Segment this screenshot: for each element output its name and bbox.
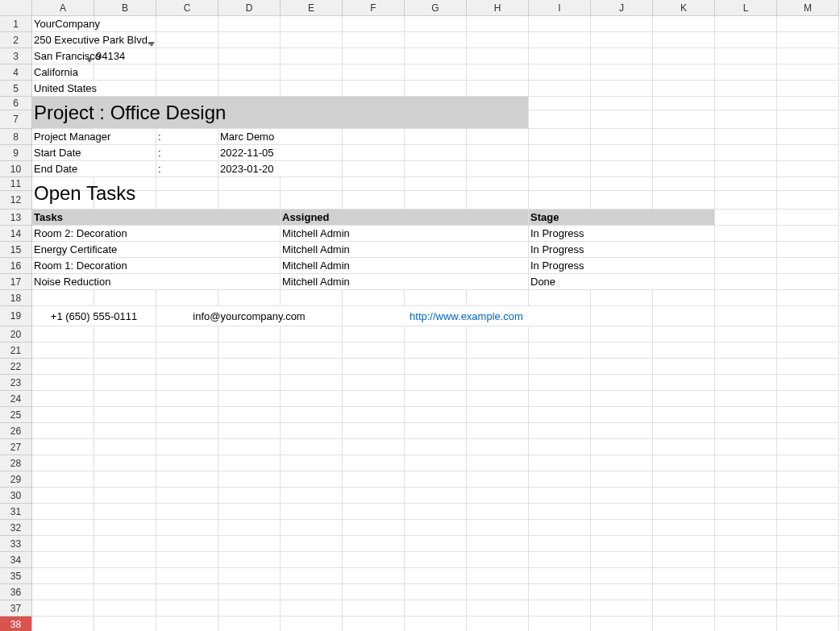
cell[interactable]	[218, 504, 281, 520]
cell[interactable]	[715, 110, 777, 129]
row-header-7[interactable]: 7	[0, 110, 32, 129]
cell[interactable]	[281, 439, 343, 455]
cell[interactable]	[32, 616, 94, 631]
cell[interactable]	[715, 536, 777, 552]
cell[interactable]	[156, 48, 218, 64]
row-header-29[interactable]: 29	[0, 471, 32, 488]
cell[interactable]	[218, 520, 281, 536]
cell[interactable]	[591, 439, 653, 455]
cell[interactable]	[32, 342, 94, 359]
cell[interactable]	[591, 423, 653, 439]
cell[interactable]	[653, 439, 715, 455]
cell[interactable]	[591, 342, 653, 359]
cell[interactable]	[777, 191, 839, 210]
row-header-23[interactable]: 23	[0, 375, 32, 391]
cell[interactable]	[715, 326, 777, 342]
cell[interactable]	[405, 64, 467, 81]
cell[interactable]	[343, 488, 405, 504]
row-header-19[interactable]: 19	[0, 306, 32, 326]
cell[interactable]	[405, 375, 467, 391]
row-header-35[interactable]: 35	[0, 568, 32, 584]
cell[interactable]	[218, 375, 281, 391]
cell[interactable]	[529, 471, 591, 488]
row-header-25[interactable]: 25	[0, 407, 32, 423]
cell[interactable]	[529, 407, 591, 423]
cell[interactable]	[777, 471, 839, 488]
grid[interactable]: YourCompany250 Executive Park Blvd,San F…	[32, 16, 840, 631]
cell[interactable]	[281, 359, 343, 375]
col-header-J[interactable]: J	[591, 0, 653, 16]
cell[interactable]	[777, 16, 839, 32]
cell[interactable]	[777, 407, 839, 423]
cell[interactable]	[715, 290, 777, 306]
cell[interactable]	[94, 375, 156, 391]
cell[interactable]	[529, 375, 591, 391]
cell[interactable]	[156, 455, 218, 471]
cell[interactable]	[591, 129, 653, 145]
cell[interactable]	[32, 455, 94, 471]
cell[interactable]	[653, 488, 715, 504]
cell[interactable]	[467, 32, 529, 48]
cell[interactable]	[218, 391, 281, 407]
cell[interactable]	[529, 191, 591, 210]
row-header-6[interactable]: 6	[0, 97, 32, 110]
cell[interactable]	[405, 520, 467, 536]
cell[interactable]	[777, 568, 839, 584]
cell[interactable]	[777, 488, 839, 504]
cell[interactable]	[777, 48, 839, 64]
cell[interactable]	[156, 439, 218, 455]
end-label[interactable]: End Date	[32, 161, 156, 177]
cell[interactable]	[94, 471, 156, 488]
cell[interactable]	[94, 359, 156, 375]
row-header-13[interactable]: 13	[0, 210, 32, 226]
cell[interactable]	[529, 16, 591, 32]
cell[interactable]	[405, 423, 467, 439]
cell[interactable]	[591, 16, 653, 32]
col-header-K[interactable]: K	[653, 0, 715, 16]
cell[interactable]	[343, 600, 405, 616]
cell[interactable]	[405, 32, 467, 48]
cell[interactable]	[405, 536, 467, 552]
cell[interactable]	[94, 439, 156, 455]
cell[interactable]	[405, 16, 467, 32]
cell[interactable]	[156, 16, 218, 32]
cell[interactable]	[343, 504, 405, 520]
cell[interactable]	[94, 342, 156, 359]
cell[interactable]	[281, 32, 343, 48]
cell[interactable]	[405, 600, 467, 616]
cell[interactable]	[529, 145, 591, 161]
cell[interactable]	[715, 129, 777, 145]
cell[interactable]	[467, 161, 529, 177]
cell[interactable]	[281, 423, 343, 439]
cell[interactable]	[281, 81, 343, 97]
cell[interactable]	[32, 600, 94, 616]
cell[interactable]	[653, 306, 715, 326]
cell[interactable]	[467, 145, 529, 161]
footer-url[interactable]: http://www.example.com	[343, 306, 591, 326]
cell[interactable]	[653, 423, 715, 439]
company-name[interactable]: YourCompany	[32, 16, 94, 32]
company-country[interactable]: United States	[32, 81, 156, 97]
cell[interactable]	[218, 359, 281, 375]
cell[interactable]	[32, 423, 94, 439]
cell[interactable]	[218, 439, 281, 455]
cell[interactable]	[591, 177, 653, 191]
cell[interactable]	[467, 439, 529, 455]
cell[interactable]	[591, 616, 653, 631]
cell[interactable]	[156, 81, 218, 97]
cell[interactable]	[94, 584, 156, 600]
cell[interactable]	[777, 258, 839, 274]
cell[interactable]	[156, 600, 218, 616]
cell[interactable]	[715, 439, 777, 455]
cell[interactable]	[467, 16, 529, 32]
row-header-9[interactable]: 9	[0, 145, 32, 161]
row-header-4[interactable]: 4	[0, 64, 32, 81]
cell[interactable]	[405, 616, 467, 631]
company-address[interactable]: 250 Executive Park Blvd,	[32, 32, 156, 48]
cell[interactable]	[777, 504, 839, 520]
cell[interactable]	[343, 129, 405, 145]
cell[interactable]	[281, 536, 343, 552]
col-header-H[interactable]: H	[467, 0, 529, 16]
cell[interactable]	[467, 423, 529, 439]
cell[interactable]	[218, 81, 281, 97]
